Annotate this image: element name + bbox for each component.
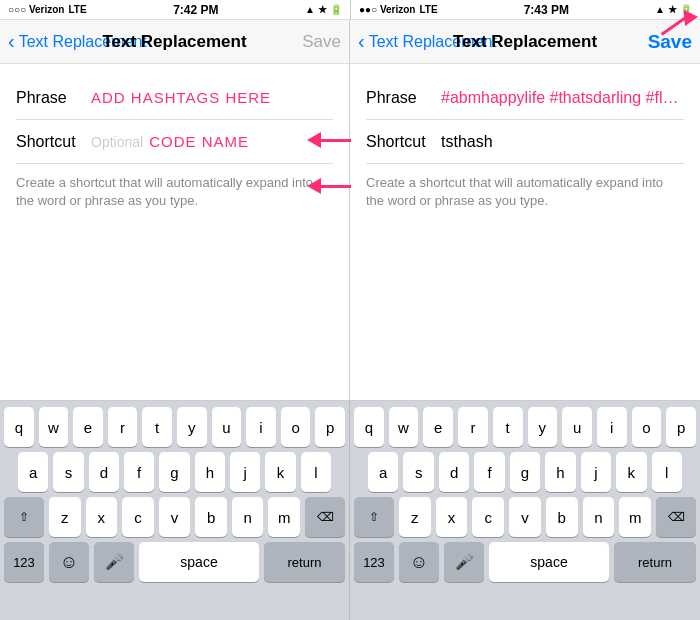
key-l[interactable]: l <box>301 452 331 492</box>
key-s2[interactable]: s <box>403 452 433 492</box>
right-bottom-row: 123 ☺ 🎤 space return <box>354 542 696 582</box>
right-save-button[interactable]: Save <box>648 31 692 53</box>
key-q[interactable]: q <box>4 407 34 447</box>
right-shortcut-row: Shortcut tsthash <box>366 120 684 164</box>
status-bar-right: ●●○ Verizon LTE 7:43 PM ▲ ★ 🔋 <box>350 0 700 20</box>
key-v2[interactable]: v <box>509 497 541 537</box>
left-shortcut-label: Shortcut <box>16 133 91 151</box>
left-description: Create a shortcut that will automaticall… <box>16 164 333 210</box>
left-keyboard: q w e r t y u i o p a s d f g h j k l ⇧ … <box>0 401 350 620</box>
key-v[interactable]: v <box>159 497 191 537</box>
key-w[interactable]: w <box>39 407 69 447</box>
key-r[interactable]: r <box>108 407 138 447</box>
key-k2[interactable]: k <box>616 452 646 492</box>
left-key-row-3: ⇧ z x c v b n m ⌫ <box>4 497 345 537</box>
right-phrase-value: #abmhappylife #thatsdarling #flashesof..… <box>441 89 684 107</box>
right-delete-key[interactable]: ⌫ <box>656 497 696 537</box>
left-bottom-row: 123 ☺ 🎤 space return <box>4 542 345 582</box>
key-k[interactable]: k <box>265 452 295 492</box>
key-j2[interactable]: j <box>581 452 611 492</box>
key-t[interactable]: t <box>142 407 172 447</box>
key-j[interactable]: j <box>230 452 260 492</box>
key-d[interactable]: d <box>89 452 119 492</box>
right-description: Create a shortcut that will automaticall… <box>366 164 684 210</box>
keyboard-section: q w e r t y u i o p a s d f g h j k l ⇧ … <box>0 400 700 620</box>
right-time: 7:43 PM <box>524 3 569 17</box>
key-m[interactable]: m <box>268 497 300 537</box>
key-r2[interactable]: r <box>458 407 488 447</box>
key-z2[interactable]: z <box>399 497 431 537</box>
key-h[interactable]: h <box>195 452 225 492</box>
key-y[interactable]: y <box>177 407 207 447</box>
key-e[interactable]: e <box>73 407 103 447</box>
left-shortcut-placeholder: Optional <box>91 134 143 150</box>
key-h2[interactable]: h <box>545 452 575 492</box>
key-a[interactable]: a <box>18 452 48 492</box>
key-z[interactable]: z <box>49 497 81 537</box>
key-x[interactable]: x <box>86 497 118 537</box>
right-mic-key[interactable]: 🎤 <box>444 542 484 582</box>
status-bars: ○○○ Verizon LTE 7:42 PM ▲ ★ 🔋 ●●○ Verizo… <box>0 0 700 20</box>
left-return-key[interactable]: return <box>264 542 345 582</box>
right-phrase-label: Phrase <box>366 89 441 107</box>
left-shift-key[interactable]: ⇧ <box>4 497 44 537</box>
right-carrier: ●●○ Verizon LTE <box>359 4 438 15</box>
left-arrows <box>307 132 351 194</box>
right-panel: Phrase #abmhappylife #thatsdarling #flas… <box>350 64 700 400</box>
key-e2[interactable]: e <box>423 407 453 447</box>
key-u2[interactable]: u <box>562 407 592 447</box>
key-n2[interactable]: n <box>583 497 615 537</box>
key-i2[interactable]: i <box>597 407 627 447</box>
key-q2[interactable]: q <box>354 407 384 447</box>
left-nav-title: Text Replacement <box>102 32 246 52</box>
right-emoji-key[interactable]: ☺ <box>399 542 439 582</box>
key-t2[interactable]: t <box>493 407 523 447</box>
key-y2[interactable]: y <box>528 407 558 447</box>
key-u[interactable]: u <box>212 407 242 447</box>
left-delete-key[interactable]: ⌫ <box>305 497 345 537</box>
key-d2[interactable]: d <box>439 452 469 492</box>
left-emoji-key[interactable]: ☺ <box>49 542 89 582</box>
key-c[interactable]: c <box>122 497 154 537</box>
left-numbers-key[interactable]: 123 <box>4 542 44 582</box>
key-o[interactable]: o <box>281 407 311 447</box>
right-shortcut-label: Shortcut <box>366 133 441 151</box>
right-shift-key[interactable]: ⇧ <box>354 497 394 537</box>
nav-bars: ‹ Text Replacement Text Replacement Save… <box>0 20 700 64</box>
key-g2[interactable]: g <box>510 452 540 492</box>
key-l2[interactable]: l <box>652 452 682 492</box>
panels: Phrase Shortcut Optional Create a shortc… <box>0 64 700 400</box>
left-time: 7:42 PM <box>173 3 218 17</box>
left-mic-key[interactable]: 🎤 <box>94 542 134 582</box>
key-x2[interactable]: x <box>436 497 468 537</box>
key-i[interactable]: i <box>246 407 276 447</box>
right-return-key[interactable]: return <box>614 542 696 582</box>
key-n[interactable]: n <box>232 497 264 537</box>
right-key-row-3: ⇧ z x c v b n m ⌫ <box>354 497 696 537</box>
left-carrier: ○○○ Verizon LTE <box>8 4 87 15</box>
left-phrase-input[interactable] <box>91 89 333 106</box>
key-a2[interactable]: a <box>368 452 398 492</box>
key-o2[interactable]: o <box>632 407 662 447</box>
key-c2[interactable]: c <box>472 497 504 537</box>
key-f2[interactable]: f <box>474 452 504 492</box>
key-g[interactable]: g <box>159 452 189 492</box>
left-nav-bar: ‹ Text Replacement Text Replacement Save <box>0 20 350 63</box>
right-space-key[interactable]: space <box>489 542 609 582</box>
status-bar-left: ○○○ Verizon LTE 7:42 PM ▲ ★ 🔋 <box>0 0 350 20</box>
key-s[interactable]: s <box>53 452 83 492</box>
key-b[interactable]: b <box>195 497 227 537</box>
key-m2[interactable]: m <box>619 497 651 537</box>
key-b2[interactable]: b <box>546 497 578 537</box>
right-key-row-1: q w e r t y u i o p <box>354 407 696 447</box>
left-save-button[interactable]: Save <box>302 32 341 52</box>
right-numbers-key[interactable]: 123 <box>354 542 394 582</box>
key-w2[interactable]: w <box>389 407 419 447</box>
key-f[interactable]: f <box>124 452 154 492</box>
left-key-row-1: q w e r t y u i o p <box>4 407 345 447</box>
arrow-phrase-head <box>307 132 321 148</box>
left-space-key[interactable]: space <box>139 542 259 582</box>
left-back-chevron-icon: ‹ <box>8 30 15 53</box>
key-p2[interactable]: p <box>666 407 696 447</box>
key-p[interactable]: p <box>315 407 345 447</box>
